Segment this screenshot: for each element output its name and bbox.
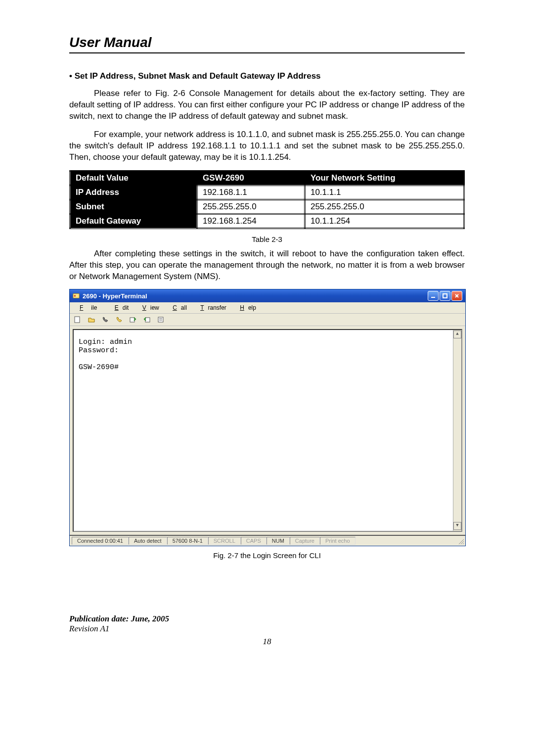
menu-help[interactable]: Help bbox=[232, 303, 260, 312]
receive-icon[interactable] bbox=[142, 315, 152, 324]
cell: 192.168.1.1 bbox=[197, 185, 305, 199]
cell: 10.1.1.254 bbox=[305, 214, 464, 228]
paragraph: Please refer to Fig. 2-6 Console Managem… bbox=[69, 88, 465, 122]
figure-caption: Fig. 2-7 the Login Screen for CLI bbox=[69, 551, 465, 560]
row-label-gateway: Default Gateway bbox=[70, 214, 197, 228]
cell: 255.255.255.0 bbox=[197, 199, 305, 214]
cell: 255.255.255.0 bbox=[305, 199, 464, 214]
status-capture: Capture bbox=[290, 537, 320, 545]
scroll-down-arrow-icon[interactable]: ▼ bbox=[453, 522, 461, 530]
terminal-line-password: Password: bbox=[79, 346, 456, 355]
table-header-gsw: GSW-2690 bbox=[197, 171, 305, 185]
page-number: 18 bbox=[69, 637, 465, 647]
table-row: Default Gateway 192.168.1.254 10.1.1.254 bbox=[70, 214, 464, 228]
svg-line-14 bbox=[463, 543, 464, 544]
table-header-your-setting: Your Network Setting bbox=[305, 171, 464, 185]
maximize-button[interactable] bbox=[440, 291, 450, 301]
menu-file[interactable]: File bbox=[72, 303, 105, 312]
window-title: 2690 - HyperTerminal bbox=[83, 292, 147, 300]
table-header-default-value: Default Value bbox=[70, 171, 197, 185]
terminal-line-login: Login: admin bbox=[79, 338, 456, 346]
resize-grip-icon[interactable] bbox=[457, 538, 464, 545]
new-icon[interactable] bbox=[73, 315, 83, 324]
paragraph: For example, your network address is 10.… bbox=[69, 129, 465, 163]
status-connected: Connected 0:00:41 bbox=[72, 537, 129, 545]
properties-icon[interactable] bbox=[156, 315, 166, 324]
terminal-area[interactable]: Login: admin Password: GSW-2690# ▲ ▼ bbox=[73, 329, 462, 532]
call-icon[interactable] bbox=[100, 315, 110, 324]
status-num: NUM bbox=[267, 537, 290, 545]
svg-rect-6 bbox=[75, 317, 80, 323]
menu-edit[interactable]: Edit bbox=[107, 303, 133, 312]
status-printecho: Print echo bbox=[320, 537, 356, 545]
revision: Revision A1 bbox=[69, 624, 465, 634]
svg-rect-3 bbox=[443, 294, 447, 298]
network-settings-table: Default Value GSW-2690 Your Network Sett… bbox=[69, 170, 465, 229]
scrollbar[interactable]: ▲ ▼ bbox=[453, 330, 461, 531]
app-icon bbox=[73, 292, 80, 299]
status-autodetect: Auto detect bbox=[129, 537, 167, 545]
hyperterminal-window: 2690 - HyperTerminal File Edit View Call… bbox=[69, 289, 466, 546]
status-scroll: SCROLL bbox=[208, 537, 241, 545]
publication-date: Publication date: June, 2005 bbox=[69, 614, 465, 624]
open-icon[interactable] bbox=[87, 315, 96, 324]
cell: 10.1.1.1 bbox=[305, 185, 464, 199]
toolbar bbox=[70, 314, 465, 326]
svg-rect-2 bbox=[431, 297, 435, 298]
status-params: 57600 8-N-1 bbox=[167, 537, 208, 545]
minimize-button[interactable] bbox=[428, 291, 439, 301]
terminal-line-prompt: GSW-2690# bbox=[79, 363, 456, 372]
statusbar: Connected 0:00:41 Auto detect 57600 8-N-… bbox=[70, 535, 465, 546]
scroll-up-arrow-icon[interactable]: ▲ bbox=[453, 331, 461, 338]
svg-rect-7 bbox=[130, 318, 134, 322]
status-caps: CAPS bbox=[241, 537, 267, 545]
horizontal-rule bbox=[69, 52, 465, 53]
window-titlebar[interactable]: 2690 - HyperTerminal bbox=[70, 289, 465, 302]
menu-view[interactable]: View bbox=[134, 303, 163, 312]
section-heading: • Set IP Address, Subnet Mask and Defaul… bbox=[69, 71, 465, 81]
menu-transfer[interactable]: Transfer bbox=[192, 303, 230, 312]
paragraph: After completing these settings in the s… bbox=[69, 248, 465, 283]
svg-rect-8 bbox=[145, 318, 150, 322]
doc-title: User Manual bbox=[69, 35, 465, 50]
cell: 192.168.1.254 bbox=[197, 214, 305, 228]
menubar: File Edit View Call Transfer Help bbox=[70, 302, 465, 314]
disconnect-icon[interactable] bbox=[114, 315, 124, 324]
svg-point-1 bbox=[74, 295, 76, 297]
table-row: Subnet 255.255.255.0 255.255.255.0 bbox=[70, 199, 464, 214]
close-button[interactable] bbox=[451, 291, 462, 301]
row-label-subnet: Subnet bbox=[70, 199, 197, 214]
table-row: IP Address 192.168.1.1 10.1.1.1 bbox=[70, 185, 464, 199]
menu-call[interactable]: Call bbox=[165, 303, 191, 312]
svg-rect-9 bbox=[158, 317, 163, 322]
terminal-blank bbox=[79, 355, 456, 363]
send-icon[interactable] bbox=[128, 315, 138, 324]
table-caption: Table 2-3 bbox=[69, 235, 465, 243]
row-label-ip: IP Address bbox=[70, 185, 197, 199]
